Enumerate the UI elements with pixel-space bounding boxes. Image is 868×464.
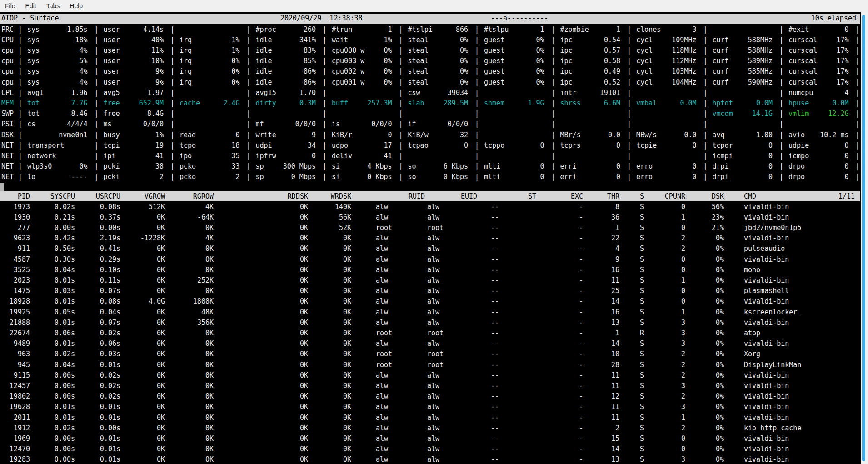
process-cell: jbd2/nvme0n1p5 bbox=[724, 224, 859, 232]
stats-cell: |avg51.97 bbox=[95, 89, 171, 97]
stat-label: ipc bbox=[560, 67, 573, 75]
process-cell: 0K bbox=[214, 392, 308, 400]
stat-value: 0 bbox=[768, 141, 773, 150]
menu-item-edit[interactable]: Edit bbox=[20, 2, 41, 10]
stat-label: cycl bbox=[636, 46, 653, 55]
stat-value: 0 bbox=[235, 131, 239, 139]
process-cell: 0.01s bbox=[75, 403, 120, 411]
process-cell: mono bbox=[724, 266, 859, 274]
stat-label: tcpie bbox=[636, 141, 657, 150]
stats-row-label: cpu bbox=[0, 78, 18, 86]
process-cell: 23% bbox=[685, 213, 724, 221]
stat-label: curscal bbox=[788, 46, 817, 55]
column-separator-bar: | bbox=[170, 89, 175, 97]
process-cell: alw bbox=[425, 319, 477, 327]
menu-item-tabs[interactable]: Tabs bbox=[41, 2, 65, 10]
stat-label: drpi bbox=[713, 173, 729, 181]
process-cell: alw bbox=[351, 203, 425, 211]
stats-cell: |cpu003 w0% bbox=[323, 57, 399, 65]
process-cell: -- bbox=[477, 308, 536, 316]
stats-cell: |network bbox=[18, 152, 95, 160]
stats-cell: |drpi0 bbox=[703, 173, 780, 181]
stat-value: 4% bbox=[79, 46, 87, 55]
stat-value: 2.4G bbox=[223, 99, 239, 107]
stat-label: is bbox=[332, 120, 340, 128]
stat-label: erro bbox=[636, 173, 653, 181]
process-cell: S bbox=[619, 382, 650, 390]
stats-cell: |pcko2 bbox=[170, 173, 247, 181]
column-header-s: S bbox=[619, 192, 650, 200]
stats-cell: |idle85% bbox=[247, 57, 323, 65]
process-cell: 48K bbox=[165, 308, 214, 316]
stats-cell: |deliv41 bbox=[323, 152, 399, 160]
scrollbar-track[interactable] bbox=[861, 12, 868, 464]
process-cell: vivaldi-bin bbox=[724, 455, 859, 464]
column-separator-bar: | bbox=[170, 57, 175, 65]
process-row: 192830.00s0.01s0K0K0K0Kalwalw---13S30%vi… bbox=[0, 454, 860, 464]
column-separator-bar: | bbox=[475, 67, 479, 75]
stats-cell: |cpu001 w0% bbox=[323, 78, 399, 86]
column-separator-bar: | bbox=[247, 120, 251, 128]
stat-value: 0 Kbps bbox=[367, 173, 392, 181]
atop-title-bar: ATOP - Surface 2020/09/29 12:38:38 ---a-… bbox=[0, 14, 860, 24]
stat-value: 112MHz bbox=[672, 57, 696, 65]
process-cell: root bbox=[351, 361, 425, 369]
stats-cell: | bbox=[475, 131, 551, 139]
menu-item-file[interactable]: File bbox=[0, 2, 20, 10]
stat-label: read bbox=[180, 131, 196, 139]
process-cell: - bbox=[536, 297, 583, 305]
process-row: 198020.00s0.02s0K0K0K0Kalwalw---12S20%vi… bbox=[0, 391, 860, 402]
stat-value: 1 bbox=[616, 25, 620, 34]
process-cell: 11 bbox=[583, 403, 619, 411]
column-separator-bar: | bbox=[703, 89, 708, 97]
process-cell: 0% bbox=[685, 308, 724, 316]
scrollbar-thumb[interactable] bbox=[862, 15, 865, 461]
stats-cell: |idle86% bbox=[247, 78, 323, 86]
stat-label: cpu000 w bbox=[332, 46, 364, 55]
stat-label: ipc bbox=[560, 46, 573, 55]
column-header-vgrow: VGROW bbox=[120, 192, 165, 200]
process-cell: - bbox=[536, 224, 583, 232]
process-cell: -1228K bbox=[120, 234, 165, 242]
column-separator-bar: | bbox=[170, 120, 175, 128]
column-separator-bar: | bbox=[323, 141, 327, 150]
column-separator-bar: | bbox=[856, 57, 860, 65]
process-cell: -- bbox=[477, 392, 536, 400]
process-cell: alw bbox=[351, 339, 425, 348]
stat-label: so bbox=[408, 162, 416, 170]
process-cell: 0K bbox=[214, 424, 308, 432]
process-cell: 9 bbox=[583, 255, 619, 264]
process-cell: alw bbox=[351, 392, 425, 400]
stats-cell: | bbox=[323, 110, 399, 118]
stats-cell: |cycl118MHz bbox=[627, 46, 703, 55]
process-cell: 21888 bbox=[0, 319, 30, 327]
column-separator-bar: | bbox=[323, 67, 327, 75]
stat-label: user bbox=[104, 78, 120, 86]
process-cell: 0.01s bbox=[75, 361, 120, 369]
process-cell: 14 bbox=[583, 445, 619, 453]
process-cell: 0.00s bbox=[30, 392, 75, 400]
process-cell: - bbox=[536, 434, 583, 443]
process-cell: 15 bbox=[583, 434, 619, 443]
process-cell: S bbox=[619, 287, 650, 295]
process-cell: -- bbox=[477, 329, 536, 337]
process-cell: 2 bbox=[650, 234, 685, 242]
process-cell: 0K bbox=[165, 224, 214, 232]
column-separator-bar: | bbox=[703, 46, 708, 55]
process-cell: - bbox=[536, 213, 583, 221]
process-cell: 0.07s bbox=[75, 319, 120, 327]
column-separator-bar: | bbox=[475, 131, 479, 139]
column-header-pid: PID bbox=[0, 192, 30, 200]
stats-cell: |ipo35 bbox=[170, 152, 247, 160]
stats-cell: |tot8.4G bbox=[18, 110, 95, 118]
process-cell: alw bbox=[425, 244, 477, 253]
column-separator-bar: | bbox=[170, 99, 175, 107]
stat-label: cycl bbox=[636, 67, 653, 75]
stat-value: 0% bbox=[460, 78, 468, 86]
process-cell: DisplayLinkMan bbox=[724, 361, 859, 369]
column-separator-bar: | bbox=[18, 131, 22, 139]
process-cell: S bbox=[619, 276, 650, 284]
stat-label: steal bbox=[408, 46, 429, 55]
column-separator-bar: | bbox=[399, 36, 403, 44]
menu-item-help[interactable]: Help bbox=[65, 2, 88, 10]
